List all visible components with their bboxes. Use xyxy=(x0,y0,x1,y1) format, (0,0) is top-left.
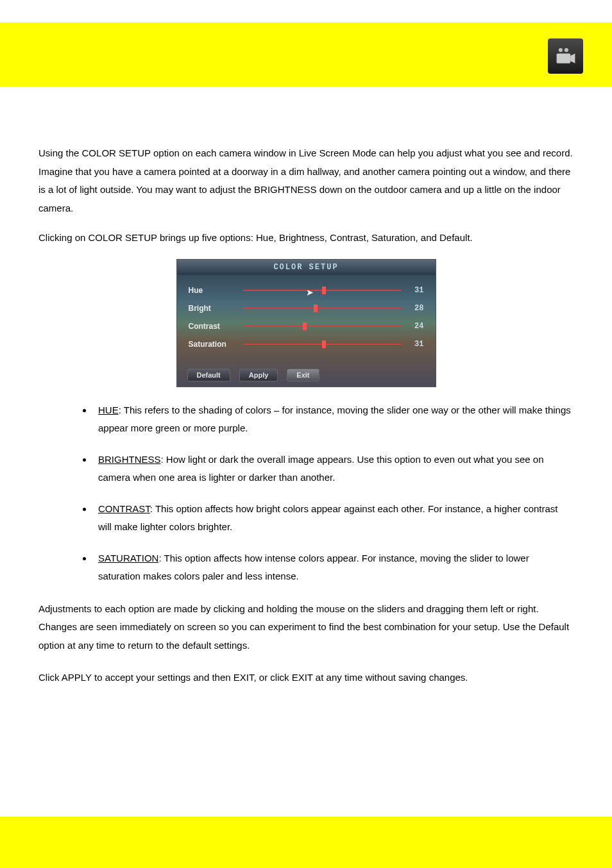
page-content: Using the COLOR SETUP option on each cam… xyxy=(0,87,612,687)
brightness-definition: BRIGHTNESS: How light or dark the overal… xyxy=(93,451,574,487)
brightness-term: BRIGHTNESS xyxy=(98,454,161,465)
saturation-row: Saturation 31 xyxy=(189,335,424,353)
exit-button[interactable]: Exit xyxy=(287,369,319,381)
default-button[interactable]: Default xyxy=(187,369,230,381)
bright-value: 28 xyxy=(407,304,424,313)
bright-slider[interactable] xyxy=(243,308,401,309)
saturation-slider[interactable] xyxy=(243,344,401,345)
hue-text: : This refers to the shading of colors –… xyxy=(98,405,571,434)
svg-rect-2 xyxy=(556,53,570,63)
contrast-text: : This option affects how bright colors … xyxy=(98,503,558,533)
contrast-row: Contrast 24 xyxy=(189,317,424,335)
contrast-thumb[interactable] xyxy=(303,322,307,330)
saturation-term: SATURATION xyxy=(98,553,158,563)
apply-button[interactable]: Apply xyxy=(239,369,278,381)
hue-definition: HUE: This refers to the shading of color… xyxy=(93,401,574,438)
contrast-term: CONTRAST xyxy=(98,503,150,514)
contrast-definition: CONTRAST: This option affects how bright… xyxy=(93,500,574,537)
hue-term: HUE xyxy=(98,405,119,415)
intro-paragraph-2: Clicking on COLOR SETUP brings up five o… xyxy=(38,229,574,247)
intro-paragraph-1: Using the COLOR SETUP option on each cam… xyxy=(38,144,574,217)
closing-paragraph-2: Click APPLY to accept your settings and … xyxy=(38,669,574,687)
color-setup-screenshot: COLOR SETUP Hue 31 Bright 28 Contrast 24… xyxy=(176,259,436,387)
hue-slider[interactable] xyxy=(243,290,401,291)
footer-bar xyxy=(0,817,612,868)
saturation-label: Saturation xyxy=(189,340,243,349)
definition-list: HUE: This refers to the shading of color… xyxy=(38,401,574,586)
contrast-slider[interactable] xyxy=(243,326,401,327)
saturation-text: : This option affects how intense colors… xyxy=(98,553,529,582)
contrast-value: 24 xyxy=(407,322,424,331)
header-bar xyxy=(0,22,612,87)
camera-icon xyxy=(548,38,583,74)
brightness-text: : How light or dark the overall image ap… xyxy=(98,454,544,483)
closing-paragraph-1: Adjustments to each option are made by c… xyxy=(38,600,574,655)
hue-value: 31 xyxy=(407,286,424,295)
button-row: Default Apply Exit xyxy=(177,369,436,387)
saturation-thumb[interactable] xyxy=(322,340,326,348)
hue-row: Hue 31 xyxy=(189,281,424,299)
hue-thumb[interactable] xyxy=(322,287,326,294)
saturation-definition: SATURATION: This option affects how inte… xyxy=(93,549,574,586)
hue-label: Hue xyxy=(189,286,243,295)
svg-point-0 xyxy=(558,47,562,51)
saturation-value: 31 xyxy=(407,340,424,349)
bright-row: Bright 28 xyxy=(189,299,424,317)
contrast-label: Contrast xyxy=(189,322,243,331)
screenshot-title: COLOR SETUP xyxy=(177,260,436,275)
slider-area: Hue 31 Bright 28 Contrast 24 Saturation … xyxy=(177,275,436,353)
bright-label: Bright xyxy=(189,304,243,313)
bright-thumb[interactable] xyxy=(314,305,318,312)
svg-point-1 xyxy=(564,47,568,51)
